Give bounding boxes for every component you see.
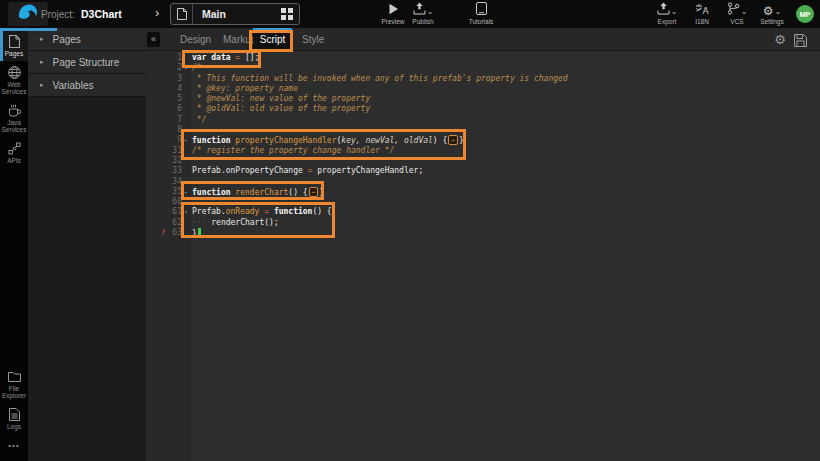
- code-line[interactable]: 5 * @newVal: new value of the property: [146, 94, 820, 104]
- fold-gutter: [182, 197, 190, 207]
- line-number: 8: [146, 125, 182, 135]
- sidebar-item-pages[interactable]: Pages: [0, 30, 28, 61]
- code-line[interactable]: 2▾/*: [146, 63, 820, 73]
- tab-script[interactable]: Script: [253, 28, 292, 51]
- sidebar-item-java-services[interactable]: Java Services: [0, 99, 28, 137]
- fold-gutter: [182, 177, 190, 187]
- save-icon[interactable]: [794, 33, 807, 51]
- code-line[interactable]: 32: [146, 156, 820, 166]
- topbar-right-actions: ⌄ExportAI18N⌄VCS⚙⌄Settings: [652, 3, 787, 25]
- sidebar-item-file-explorer[interactable]: File Explorer: [0, 365, 28, 403]
- code-line[interactable]: 8: [146, 125, 820, 135]
- web-services-icon: [1, 66, 27, 79]
- sidebar-item-label: Pages: [1, 50, 27, 57]
- code-line[interactable]: 60: [146, 197, 820, 207]
- editor-tab-bar: « ⚙ DesignMarkupScriptStyle: [146, 28, 820, 51]
- wavemaker-logo-icon: [17, 2, 39, 26]
- code-line[interactable]: 7 */: [146, 115, 820, 125]
- code-text: * @key: property name: [190, 84, 298, 94]
- logs-icon: [1, 408, 27, 421]
- sidebar-item-web-services[interactable]: Web Services: [0, 61, 28, 99]
- tab-design[interactable]: Design: [180, 28, 211, 51]
- code-text: * @oldVal: old value of the property: [190, 104, 370, 114]
- dropdown-arrow-icon: ⌄: [775, 9, 782, 15]
- line-number: 62: [146, 218, 182, 228]
- i18n-icon: A: [695, 1, 710, 19]
- code-text: var data = [];: [190, 53, 259, 63]
- topbar-action-vcs[interactable]: ⌄VCS: [722, 3, 752, 25]
- panel-section-page-structure[interactable]: ▸Page Structure: [28, 51, 146, 74]
- code-line[interactable]: 6 * @oldVal: old value of the property: [146, 104, 820, 114]
- fold-gutter: [182, 146, 190, 156]
- sidebar-item-label: File Explorer: [1, 385, 27, 399]
- tab-style[interactable]: Style: [302, 28, 324, 51]
- topbar-action-export[interactable]: ⌄Export: [652, 3, 682, 25]
- code-line[interactable]: 34: [146, 177, 820, 187]
- code-line[interactable]: 33Prefab.onPropertyChange = propertyChan…: [146, 166, 820, 176]
- tutorials-icon: [476, 1, 487, 19]
- panel-section-variables[interactable]: ▸Variables: [28, 74, 146, 97]
- file-explorer-icon: [1, 370, 27, 383]
- sidebar-item-label: Web Services: [1, 81, 27, 95]
- fold-gutter: [182, 115, 190, 125]
- user-avatar[interactable]: MP: [796, 5, 814, 23]
- code-line[interactable]: 4 * @key: property name: [146, 84, 820, 94]
- icon-bar-bottom-group: File ExplorerLogs•••: [0, 365, 28, 456]
- code-line[interactable]: 9▸function propertyChangeHandler(key, ne…: [146, 135, 820, 145]
- line-number: 33: [146, 166, 182, 176]
- fold-open-icon[interactable]: ▾: [182, 63, 190, 73]
- code-line[interactable]: 62····renderChart();: [146, 218, 820, 228]
- page-tab-label: Main: [193, 8, 275, 20]
- fold-gutter: [182, 218, 190, 228]
- page-file-icon: [171, 4, 193, 24]
- code-fold-widget[interactable]: ↔: [448, 135, 458, 145]
- play-icon: [388, 1, 399, 19]
- sidebar-item-more[interactable]: •••: [0, 434, 28, 456]
- icon-bar-top-group: PagesWeb ServicesJava ServicesAPIs: [0, 30, 28, 168]
- topbar-action-i18n[interactable]: AI18N: [687, 3, 717, 25]
- panel-section-pages[interactable]: ▸Pages: [28, 28, 146, 51]
- panel-section-label: Variables: [53, 80, 94, 91]
- pages-icon: [1, 35, 27, 48]
- code-line[interactable]: 1var data = [];: [146, 53, 820, 63]
- page-tab-main[interactable]: Main: [170, 3, 300, 25]
- code-text: * This function will be invoked when any…: [190, 74, 568, 84]
- code-line[interactable]: !63}: [146, 228, 820, 238]
- project-label: Project:: [41, 9, 75, 20]
- line-number: 7: [146, 115, 182, 125]
- fold-gutter: [182, 94, 190, 104]
- line-number: 6: [146, 104, 182, 114]
- fold-open-icon[interactable]: ▾: [182, 207, 190, 217]
- tab-markup[interactable]: Markup: [223, 28, 256, 51]
- code-text: [190, 197, 192, 207]
- line-number: 2: [146, 63, 182, 73]
- fold-closed-icon[interactable]: ▸: [182, 187, 190, 197]
- fold-gutter: [182, 53, 190, 63]
- code-text: */: [190, 115, 206, 125]
- editor-settings-gear-icon[interactable]: ⚙: [774, 31, 786, 48]
- topbar-action-preview[interactable]: Preview: [378, 3, 408, 25]
- upload-icon: [413, 1, 426, 19]
- upload-icon: [657, 1, 670, 19]
- topbar-action-tutorials[interactable]: Tutorials: [466, 3, 496, 25]
- sidebar-item-logs[interactable]: Logs: [0, 403, 28, 434]
- topbar-action-publish[interactable]: ⌄Publish: [408, 3, 438, 25]
- code-line[interactable]: 35▸function renderChart() {↔}: [146, 187, 820, 197]
- code-line[interactable]: 3 * This function will be invoked when a…: [146, 74, 820, 84]
- gear-icon: ⚙: [763, 1, 774, 19]
- topbar-action-settings[interactable]: ⚙⌄Settings: [757, 3, 787, 25]
- line-number: 35: [146, 187, 182, 197]
- line-number: 32: [146, 156, 182, 166]
- widgets-grid-icon[interactable]: [275, 8, 299, 20]
- code-lines: 1var data = [];2▾/*3 * This function wil…: [146, 53, 820, 238]
- code-text: [190, 125, 192, 135]
- fold-closed-icon[interactable]: ▸: [182, 135, 190, 145]
- sidebar-item-apis[interactable]: APIs: [0, 137, 28, 168]
- code-text: function renderChart() {↔}: [190, 187, 324, 197]
- code-fold-widget[interactable]: ↔: [309, 187, 319, 197]
- collapse-panel-button[interactable]: «: [147, 32, 160, 47]
- code-line[interactable]: 31/* register the property change handle…: [146, 146, 820, 156]
- code-line[interactable]: 61▾Prefab.onReady = function() {: [146, 207, 820, 217]
- script-code-editor[interactable]: 1var data = [];2▾/*3 * This function wil…: [146, 51, 820, 461]
- code-text: /*: [190, 63, 202, 73]
